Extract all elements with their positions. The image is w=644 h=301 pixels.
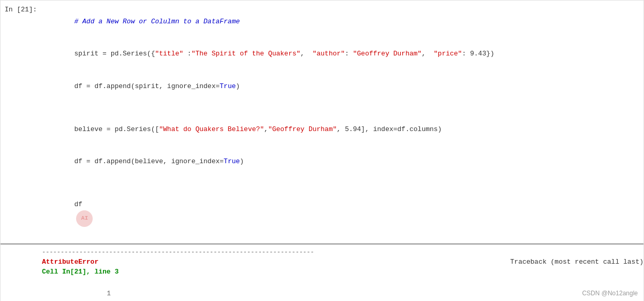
code-true2: True (224, 157, 240, 165)
code-spirit-var: spirit = pd.Series({ (74, 50, 155, 58)
code-colon1: : (183, 50, 192, 58)
code-colon3: : (462, 50, 470, 58)
cell-ref: Cell In[21], line 3 (42, 268, 119, 276)
cell-input: In [21]: # Add a New Row or Colulmn to a… (1, 1, 643, 243)
error-section: ----------------------------------------… (1, 243, 643, 301)
code-df1: df = df.append(spirit, ignore_index= (74, 82, 219, 90)
code-comma4: , (337, 125, 345, 133)
code-line-df1: df = df.append(spirit, ignore_index=True… (42, 70, 643, 103)
code-line-believe: believe = pd.Series(["What do Quakers Be… (42, 113, 643, 146)
code-true1: True (219, 82, 236, 90)
code-df3: df (74, 200, 82, 208)
code-comma1: , (300, 50, 312, 58)
code-spirit-val2: "Geoffrey Durham" (353, 50, 422, 58)
notebook-cell: In [21]: # Add a New Row or Colulmn to a… (0, 0, 644, 301)
code-blank1 (42, 103, 643, 113)
cell-content: # Add a New Row or Colulmn to a DataFram… (42, 5, 643, 239)
code-comma2: , (421, 50, 433, 58)
code-believe-str1: "What do Quakers Believe?" (159, 125, 264, 133)
ai-badge: AI (76, 210, 93, 227)
code-spirit-val1: "The Spirit of the Quakers" (192, 50, 301, 58)
tb-num-1: 1 (82, 290, 114, 297)
code-line-comment: # Add a New Row or Colulmn to a DataFram… (42, 6, 643, 38)
error-divider: ----------------------------------------… (42, 249, 643, 256)
code-spirit-end: }) (486, 50, 494, 58)
code-colon2: : (345, 50, 353, 58)
code-blank2 (42, 178, 643, 189)
watermark: CSDN @No12angle (582, 290, 638, 297)
code-df2-end: ) (240, 157, 244, 165)
comment-text: # Add a New Row or Colulmn to a DataFram… (74, 18, 240, 25)
code-df1-end: ) (236, 82, 240, 90)
traceback-lines: 1 # Add a New Row or Colulmn to a DataFr… (50, 278, 643, 301)
code-df2: df = df.append(believe, ignore_index= (74, 157, 224, 165)
code-comma3: , (264, 125, 268, 133)
error-header: AttributeError Traceback (most recent ca… (42, 258, 643, 266)
cell-ref-line: Cell In[21], line 3 (42, 268, 643, 276)
cell-label: In [21]: (1, 5, 42, 239)
tb-line-1: 1 # Add a New Row or Colulmn to a DataFr… (50, 278, 643, 301)
code-believe-str2: "Geoffrey Durham" (268, 125, 337, 133)
code-spirit-key1: "title" (155, 50, 183, 58)
code-believe-end: ], index=df.columns) (361, 125, 442, 133)
code-line-df2: df = df.append(believe, ignore_index=Tru… (42, 146, 643, 178)
code-line-df3: df AI (42, 189, 643, 238)
code-spirit-key3: "price" (434, 50, 462, 58)
code-believe-var: believe = pd.Series([ (74, 125, 159, 133)
code-line-spirit: spirit = pd.Series({"title" :"The Spirit… (42, 38, 643, 70)
attr-error-title: AttributeError (42, 258, 98, 266)
code-believe-num: 5.94 (345, 125, 361, 133)
code-spirit-num: 9.43 (470, 50, 486, 58)
traceback-label: Traceback (most recent call last) (510, 258, 643, 266)
code-spirit-key2: "author" (313, 50, 345, 58)
